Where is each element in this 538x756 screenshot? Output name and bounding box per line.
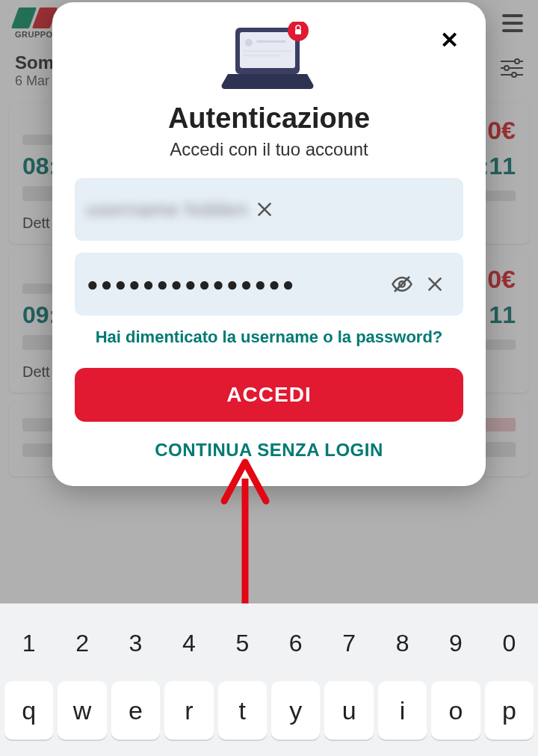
key-r[interactable]: r xyxy=(164,681,213,740)
svg-point-8 xyxy=(245,39,253,46)
svg-rect-9 xyxy=(256,40,286,43)
keyboard-letter-row: qwertyuiop xyxy=(4,681,534,740)
password-field[interactable]: ●●●●●●●●●●●●●●● xyxy=(75,253,463,316)
key-1[interactable]: 1 xyxy=(4,614,53,672)
key-e[interactable]: e xyxy=(111,681,160,740)
key-q[interactable]: q xyxy=(4,681,53,740)
key-8[interactable]: 8 xyxy=(378,614,427,672)
key-3[interactable]: 3 xyxy=(111,614,160,672)
username-field[interactable]: username hidden xyxy=(75,178,463,241)
key-u[interactable]: u xyxy=(324,681,373,740)
modal-subtitle: Accedi con il tuo account xyxy=(75,139,463,160)
clear-username-icon[interactable] xyxy=(248,193,281,226)
key-9[interactable]: 9 xyxy=(431,614,480,672)
modal-title: Autenticazione xyxy=(75,102,463,135)
svg-rect-13 xyxy=(295,29,301,34)
soft-keyboard: 1234567890 qwertyuiop xyxy=(0,603,538,756)
key-i[interactable]: i xyxy=(378,681,427,740)
key-t[interactable]: t xyxy=(218,681,267,740)
keyboard-number-row: 1234567890 xyxy=(4,614,534,672)
key-4[interactable]: 4 xyxy=(164,614,213,672)
username-input[interactable]: username hidden xyxy=(87,198,248,221)
clear-password-icon[interactable] xyxy=(418,268,451,301)
key-y[interactable]: y xyxy=(271,681,320,740)
forgot-credentials-link[interactable]: Hai dimenticato la username o la passwor… xyxy=(75,328,463,347)
key-0[interactable]: 0 xyxy=(485,614,534,672)
svg-rect-10 xyxy=(243,50,291,52)
key-5[interactable]: 5 xyxy=(218,614,267,672)
key-w[interactable]: w xyxy=(58,681,106,740)
close-icon[interactable]: ✕ xyxy=(440,29,459,52)
svg-rect-11 xyxy=(243,55,280,57)
laptop-lock-icon xyxy=(75,22,463,96)
key-2[interactable]: 2 xyxy=(58,614,106,672)
key-6[interactable]: 6 xyxy=(271,614,320,672)
password-input[interactable]: ●●●●●●●●●●●●●●● xyxy=(87,273,386,296)
key-p[interactable]: p xyxy=(485,681,534,740)
toggle-password-visibility-icon[interactable] xyxy=(386,268,418,301)
continue-without-login-button[interactable]: CONTINUA SENZA LOGIN xyxy=(75,440,463,461)
key-7[interactable]: 7 xyxy=(324,614,373,672)
auth-modal: ✕ Autenticazione Accedi con il tuo accou… xyxy=(52,2,486,486)
login-button[interactable]: ACCEDI xyxy=(75,368,463,422)
key-o[interactable]: o xyxy=(431,681,480,740)
